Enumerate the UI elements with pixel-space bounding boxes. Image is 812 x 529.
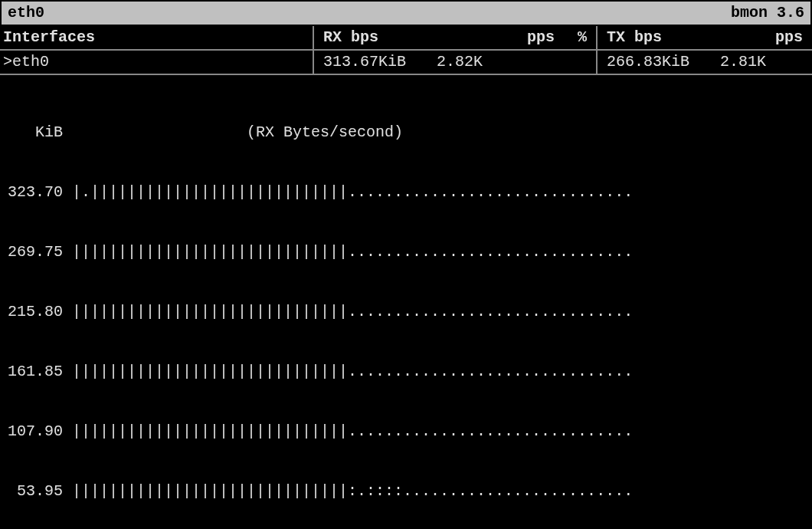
rx-bps-value: 313.67KiB [323,52,406,72]
interface-name: >eth0 [0,51,314,74]
header-rx-pps: pps [527,28,555,48]
rx-pps-value: 2.82K [437,52,483,72]
header-tx-pps: pps [775,28,803,48]
rx-graph: KiB (RX Bytes/second) 323.70 |.|||||||||… [0,75,812,529]
table-header-row: Interfaces RX bps pps % TX bps pps [0,26,812,51]
title-bar: eth0 bmon 3.6 [0,0,812,26]
header-pct: % [578,28,587,48]
rx-graph-header: KiB (RX Bytes/second) [8,123,804,143]
tx-bps-value: 266.83KiB [607,52,689,72]
header-rx-bps: RX bps [323,28,378,48]
tx-pps-value: 2.81K [720,52,766,72]
interface-row[interactable]: >eth0 313.67KiB 2.82K 266.83KiB 2.81K [0,51,812,75]
header-tx: TX bps pps [598,26,812,49]
rx-graph-row: 323.70 |.||||||||||||||||||||||||||||...… [8,182,804,202]
interface-rx: 313.67KiB 2.82K [314,51,598,74]
rx-graph-row: 161.85 ||||||||||||||||||||||||||||||...… [8,362,804,382]
interface-tx: 266.83KiB 2.81K [598,51,812,74]
header-rx: RX bps pps % [314,26,598,49]
rx-graph-row: 215.80 ||||||||||||||||||||||||||||||...… [8,302,804,322]
header-interfaces: Interfaces [0,26,314,49]
title-left: eth0 [8,3,44,23]
rx-graph-row: 53.95 ||||||||||||||||||||||||||||||:.::… [8,481,804,501]
rx-graph-row: 269.75 ||||||||||||||||||||||||||||||...… [8,242,804,262]
rx-graph-row: 107.90 ||||||||||||||||||||||||||||||...… [8,422,804,442]
title-right: bmon 3.6 [731,3,804,23]
header-tx-bps: TX bps [607,28,662,48]
